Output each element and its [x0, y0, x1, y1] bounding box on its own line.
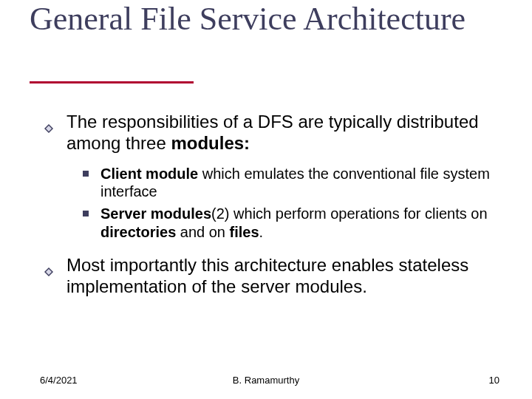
square-bullet-icon — [83, 211, 89, 216]
sub-bullet-group: Client module which emulates the convent… — [83, 165, 495, 242]
bullet-level2: Server modules(2) which perform operatio… — [83, 205, 495, 241]
slide: General File Service Architecture The re… — [0, 0, 532, 399]
sub-bullet-bold: directories — [100, 224, 176, 240]
footer-author: B. Ramamurthy — [0, 375, 532, 386]
slide-title: General File Service Architecture — [30, 3, 466, 36]
slide-body: The responsibilities of a DFS are typica… — [44, 111, 495, 308]
square-bullet-icon — [83, 171, 89, 177]
sub-bullet-text: (2) which perform operations for clients… — [211, 205, 488, 222]
bullet-text: The responsibilities of a DFS are typica… — [66, 112, 479, 153]
sub-bullet-bold: Server modules — [100, 205, 211, 222]
sub-bullet-bold: files — [230, 224, 259, 240]
sub-bullet-bold: Client module — [100, 166, 198, 182]
diamond-bullet-icon — [44, 259, 53, 268]
sub-bullet-text: and on — [176, 224, 229, 240]
bullet-level1: The responsibilities of a DFS are typica… — [44, 111, 495, 154]
title-underline — [30, 81, 194, 83]
bullet-level1: Most importantly this architecture enabl… — [44, 254, 495, 298]
bullet-level2: Client module which emulates the convent… — [83, 165, 495, 201]
footer-page-number: 10 — [489, 375, 499, 386]
diamond-bullet-icon — [44, 116, 53, 125]
sub-bullet-text: . — [259, 224, 264, 240]
bullet-text-bold: modules: — [171, 133, 250, 153]
bullet-text: Most importantly this architecture enabl… — [66, 255, 468, 296]
